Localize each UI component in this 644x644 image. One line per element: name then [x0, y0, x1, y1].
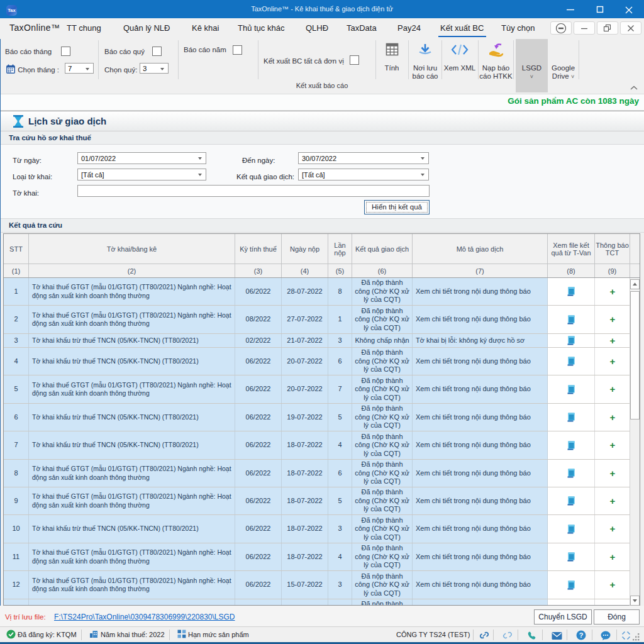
- svg-text:?: ?: [579, 631, 584, 639]
